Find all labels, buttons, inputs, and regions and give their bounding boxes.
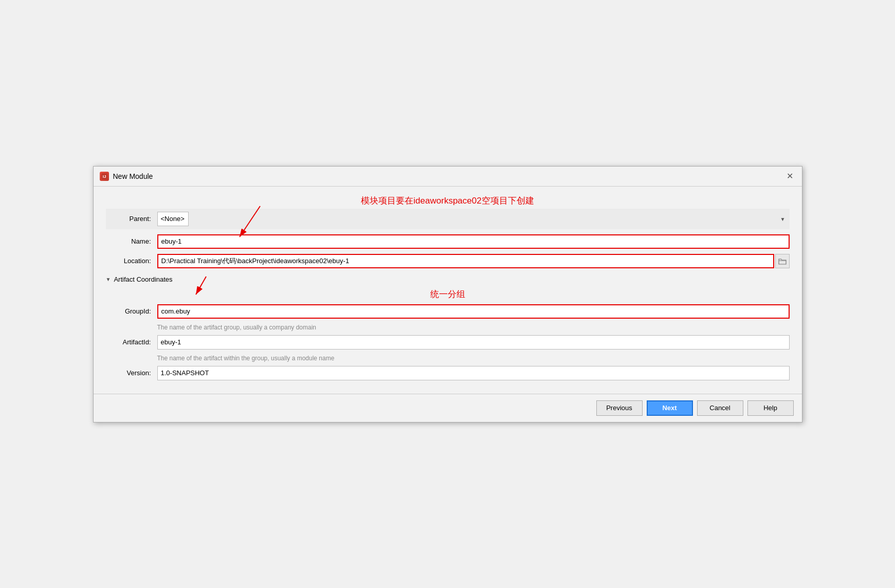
version-row: Version:	[106, 366, 790, 380]
artifactid-label: ArtifactId:	[106, 338, 157, 346]
groupid-label: GroupId:	[106, 307, 157, 315]
parent-label: Parent:	[106, 215, 157, 223]
name-label: Name:	[106, 237, 157, 245]
groupid-input[interactable]	[157, 304, 790, 319]
cancel-button[interactable]: Cancel	[697, 400, 743, 416]
location-label: Location:	[106, 257, 157, 265]
close-button[interactable]: ✕	[784, 171, 796, 182]
groupid-row: GroupId:	[106, 304, 790, 319]
artifactid-input[interactable]	[157, 335, 790, 350]
location-input[interactable]	[157, 254, 774, 268]
name-input[interactable]	[157, 234, 790, 249]
parent-select-wrapper: <None>	[157, 212, 790, 226]
version-input[interactable]	[157, 366, 790, 380]
middle-annotation: 统一分组	[430, 289, 465, 299]
parent-row: Parent: <None>	[106, 209, 790, 229]
artifact-section-header: ▼ Artifact Coordinates	[106, 275, 790, 283]
next-button[interactable]: Next	[647, 400, 693, 416]
title-bar-left: IJ New Module	[100, 172, 153, 181]
location-row: Location:	[106, 254, 790, 268]
title-bar: IJ New Module ✕	[94, 167, 802, 187]
folder-icon	[778, 258, 787, 265]
artifactid-hint: The name of the artifact within the grou…	[157, 355, 790, 362]
artifactid-row: ArtifactId:	[106, 335, 790, 350]
section-title: Artifact Coordinates	[114, 275, 172, 283]
top-annotation: 模块项目要在ideaworkspace02空项目下创建	[361, 196, 534, 206]
groupid-hint: The name of the artifact group, usually …	[157, 324, 790, 331]
svg-text:IJ: IJ	[102, 174, 106, 179]
previous-button[interactable]: Previous	[596, 400, 643, 416]
version-label: Version:	[106, 369, 157, 377]
dialog-title: New Module	[113, 172, 153, 180]
help-button[interactable]: Help	[747, 400, 794, 416]
new-module-dialog: IJ New Module ✕ 模块项目要在ideaworkspace02空项目…	[93, 166, 802, 422]
browse-folder-button[interactable]	[775, 254, 790, 268]
dialog-footer: Previous Next Cancel Help	[94, 394, 802, 422]
parent-select[interactable]: <None>	[157, 212, 189, 226]
section-arrow-icon: ▼	[106, 277, 111, 282]
name-row: Name:	[106, 234, 790, 249]
app-icon: IJ	[100, 172, 109, 181]
dialog-body: 模块项目要在ideaworkspace02空项目下创建 Parent: <Non…	[94, 187, 802, 394]
